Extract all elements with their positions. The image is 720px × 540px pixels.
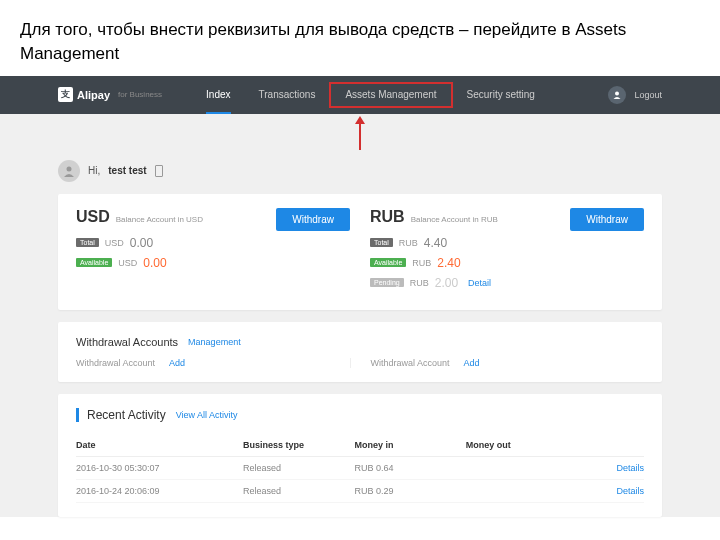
svg-marker-2 (355, 116, 365, 124)
content: Hi, test test USD Balance Account in USD… (0, 150, 720, 517)
withdrawal-col-left: Withdrawal Account Add (76, 358, 350, 368)
svg-point-0 (615, 91, 619, 95)
balance-usd: USD Balance Account in USD Total USD 0.0… (76, 208, 350, 296)
usd-total-val: 0.00 (130, 236, 153, 250)
usd-total-badge: Total (76, 238, 99, 247)
th-type: Business type (243, 440, 354, 450)
recent-title: Recent Activity (87, 408, 166, 422)
table-header: Date Business type Money in Money out (76, 434, 644, 457)
avatar (58, 160, 80, 182)
usd-total-cur: USD (105, 238, 124, 248)
greeting-name: test test (108, 165, 146, 176)
details-link[interactable]: Details (617, 486, 645, 496)
nav-items: Index Transactions Assets Management Sec… (192, 76, 549, 114)
nav-security-setting[interactable]: Security setting (453, 76, 549, 114)
cell-in: RUB 0.29 (354, 486, 465, 496)
details-link[interactable]: Details (617, 463, 645, 473)
th-out: Money out (466, 440, 577, 450)
withdrawal-account-label: Withdrawal Account (76, 358, 155, 368)
rub-detail-link[interactable]: Detail (468, 278, 491, 288)
instruction-text: Для того, чтобы внести реквизиты для выв… (0, 0, 720, 76)
activity-table: Date Business type Money in Money out 20… (76, 434, 644, 503)
rub-avail-cur: RUB (412, 258, 431, 268)
svg-point-3 (67, 166, 72, 171)
nav-index[interactable]: Index (192, 76, 244, 114)
rub-withdraw-button[interactable]: Withdraw (570, 208, 644, 231)
nav-assets-management[interactable]: Assets Management (329, 82, 452, 108)
nav-right: Logout (608, 86, 662, 104)
cell-date: 2016-10-30 05:30:07 (76, 463, 243, 473)
cell-type: Released (243, 463, 354, 473)
withdrawal-title: Withdrawal Accounts (76, 336, 178, 348)
usd-withdraw-button[interactable]: Withdraw (276, 208, 350, 231)
withdrawal-add-link-right[interactable]: Add (464, 358, 480, 368)
view-all-activity-link[interactable]: View All Activity (176, 410, 238, 420)
rub-pend-badge: Pending (370, 278, 404, 287)
cell-out (466, 486, 577, 496)
logo-text: Alipay (77, 89, 110, 101)
arrow-indicator (0, 116, 720, 150)
usd-avail-cur: USD (118, 258, 137, 268)
usd-avail-val: 0.00 (143, 256, 166, 270)
recent-activity-card: Recent Activity View All Activity Date B… (58, 394, 662, 517)
balances-card: USD Balance Account in USD Total USD 0.0… (58, 194, 662, 310)
logout-link[interactable]: Logout (634, 90, 662, 100)
withdrawal-accounts-card: Withdrawal Accounts Management Withdrawa… (58, 322, 662, 382)
rub-sub: Balance Account in RUB (411, 215, 498, 224)
phone-icon (155, 165, 163, 177)
cell-in: RUB 0.64 (354, 463, 465, 473)
user-icon (608, 86, 626, 104)
brand-sub: for Business (118, 90, 162, 99)
navbar: 支 Alipay for Business Index Transactions… (0, 76, 720, 114)
usd-avail-badge: Available (76, 258, 112, 267)
rub-avail-badge: Available (370, 258, 406, 267)
withdrawal-management-link[interactable]: Management (188, 337, 241, 347)
logo: 支 Alipay (58, 87, 110, 102)
withdrawal-account-label: Withdrawal Account (371, 358, 450, 368)
rub-avail-val: 2.40 (437, 256, 460, 270)
withdrawal-add-link-left[interactable]: Add (169, 358, 185, 368)
greeting: Hi, test test (58, 150, 662, 194)
rub-total-val: 4.40 (424, 236, 447, 250)
cell-type: Released (243, 486, 354, 496)
withdrawal-col-right: Withdrawal Account Add (350, 358, 645, 368)
table-row: 2016-10-30 05:30:07 Released RUB 0.64 De… (76, 457, 644, 480)
nav-transactions[interactable]: Transactions (245, 76, 330, 114)
rub-total-cur: RUB (399, 238, 418, 248)
cell-out (466, 463, 577, 473)
app-container: 支 Alipay for Business Index Transactions… (0, 76, 720, 517)
table-row: 2016-10-24 20:06:09 Released RUB 0.29 De… (76, 480, 644, 503)
rub-total-badge: Total (370, 238, 393, 247)
usd-sub: Balance Account in USD (116, 215, 203, 224)
rub-pend-val: 2.00 (435, 276, 458, 290)
balance-rub: RUB Balance Account in RUB Total RUB 4.4… (370, 208, 644, 296)
greeting-hi: Hi, (88, 165, 100, 176)
th-in: Money in (354, 440, 465, 450)
rub-pend-cur: RUB (410, 278, 429, 288)
rub-code: RUB (370, 208, 405, 226)
cell-date: 2016-10-24 20:06:09 (76, 486, 243, 496)
logo-badge: 支 (58, 87, 73, 102)
th-date: Date (76, 440, 243, 450)
usd-code: USD (76, 208, 110, 226)
